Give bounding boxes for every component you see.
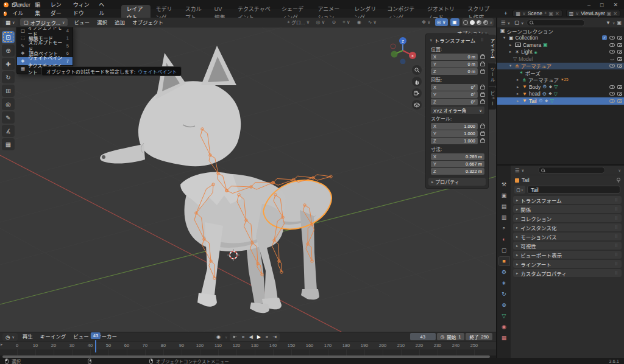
output-properties-tab[interactable]: ▤ [498,202,509,211]
render-visibility-icon[interactable] [617,57,622,61]
navigation-gizmo[interactable]: Z X [389,36,417,64]
gizmo-neg-x-axis[interactable] [391,44,395,49]
collection-properties-tab[interactable]: ▢ [498,246,509,254]
outliner-row-head[interactable]: ▸ ▼ head ⚙❖▽ [497,91,624,98]
move-tool[interactable]: ✚ [2,58,15,70]
timeline-channel[interactable] [0,349,496,355]
keying-dropdown-icon[interactable]: ∨ [225,335,227,339]
new-layer-icon[interactable]: ▣ [607,11,612,16]
disclosure-icon[interactable]: ▾ [509,63,513,68]
transform-orientation-button[interactable]: ⌖グロ...∨ [285,18,311,26]
disclosure-icon[interactable]: ▸ [517,99,520,103]
disclosure-icon[interactable]: ▾ [503,35,507,40]
eye-icon[interactable] [609,99,615,103]
measure-tool[interactable]: ∡ [2,125,15,137]
outliner-row-pose[interactable]: ✶ ポーズ [497,69,624,77]
properties-panel-8[interactable]: ▸カスタムプロパティ⠿ [513,269,622,277]
object-properties-tab[interactable]: ■ [498,257,509,265]
disclosure-icon[interactable]: ▸ [509,49,513,54]
properties-panel-4[interactable]: ▸モーションパス⠿ [513,233,622,240]
mode-menu-item-sculpt[interactable]: ✎スカルプトモード5 [17,42,73,50]
object-name-field[interactable]: Tail [527,186,620,194]
particles-properties-tab[interactable]: ∗ [498,279,509,287]
scale-tool[interactable]: ⊞ [2,85,15,97]
show-overlays-button[interactable]: ◎∨ [435,18,448,26]
3d-viewport[interactable]: ⊡ ⊕ ✚ ↻ ⊞ ◎ ✎ ∡ ▦ オプション∨ Z [0,27,496,332]
properties-panel-2[interactable]: ▸コレクション⠿ [513,214,622,222]
new-scene-icon[interactable]: ▣ [549,11,554,16]
eye-icon[interactable] [609,85,615,89]
scene-selector[interactable]: ▦∨ Scene ⌖▣✕ [512,10,562,17]
gizmo-y-axis[interactable] [391,51,398,58]
outliner-row-tail[interactable]: ▸ ▼ Tail ⚙❖▽ [497,97,624,105]
outliner-row-armature-data[interactable]: ▸ ⋔ アーマチュア ✶25 [497,77,624,84]
lock-icon[interactable] [480,132,484,136]
minimize-button[interactable]: – [587,2,590,8]
outliner-row-armature[interactable]: ▾ ⋔ アーマチュア [497,63,624,70]
properties-search-input[interactable] [538,167,605,173]
location-z-field[interactable]: Z0 m [431,68,478,75]
render-visibility-icon[interactable] [617,85,622,89]
material-shading-button[interactable] [477,20,481,25]
snap-settings-button[interactable]: ⌗∨ [341,18,352,26]
prev-keyframe-button[interactable]: « [239,334,247,341]
constraints-properties-tab[interactable]: ⊛ [498,301,509,309]
outliner-search-input[interactable] [526,19,585,26]
properties-panel-1[interactable]: ▸関係⠿ [513,205,622,213]
play-reverse-button[interactable]: ◀ [247,334,255,341]
toggle-xray-button[interactable]: ▣ [450,18,459,26]
panel-grip-icon[interactable]: ⠿ [481,38,484,43]
jump-to-end-button[interactable]: ⇥ [271,334,278,341]
rotation-mode-dropdown[interactable]: XYZ オイラー角∨ [431,107,484,114]
next-keyframe-button[interactable]: » [263,334,271,341]
disclosure-icon[interactable]: ▸ [517,77,520,82]
outliner-row-camera[interactable]: ▸ Camera ▣ [497,41,624,49]
timeline-ruler[interactable]: 0102030405060708090100110120130140150160… [0,341,496,349]
sidebar-tab-2[interactable]: ビュー [488,87,496,110]
rotation-x-field[interactable]: X0° [431,84,478,91]
transform-tool[interactable]: ◎ [2,98,15,110]
orthographic-toggle-icon[interactable] [412,100,422,110]
eye-icon[interactable] [609,43,615,47]
lock-icon[interactable] [480,63,484,66]
properties-options-icon[interactable]: ∨ [619,168,621,172]
add-workspace-button[interactable]: + [500,9,511,18]
mode-menu-item-object[interactable]: ▢オブジェクトモード4 [17,27,73,35]
viewport-menu-1[interactable]: 選択 [93,18,111,27]
scale-z-field[interactable]: Z1.000 [431,138,478,144]
timeline-editor-type-button[interactable]: ◷∨ [2,333,18,341]
rendered-shading-button[interactable] [483,20,488,25]
render-visibility-icon[interactable] [617,43,622,47]
outliner-row-light[interactable]: ▸ ☀ Light ◉ [497,49,624,56]
material-properties-tab[interactable]: ◉ [498,323,509,331]
filter-funnel-icon[interactable]: ▼ [606,20,611,26]
scale-y-field[interactable]: Y1.000 [431,130,478,137]
solid-shading-button[interactable] [470,20,475,25]
new-collection-icon[interactable]: ▣ [617,20,622,26]
data-properties-tab[interactable]: ▽ [498,312,509,320]
pan-hand-icon[interactable] [412,77,422,86]
viewport-menu-2[interactable]: 追加 [111,18,129,27]
disclosure-icon[interactable]: ▸ [509,43,513,47]
rotation-y-field[interactable]: Y0° [431,91,478,98]
modifiers-properties-tab[interactable]: ⚙ [498,268,509,276]
maximize-button[interactable]: □ [600,2,603,8]
location-x-field[interactable]: X0 m [431,54,478,60]
dimensions-z-field[interactable]: Z0.322 m [431,168,484,175]
physics-properties-tab[interactable]: ↻ [498,290,509,298]
wireframe-shading-button[interactable] [463,20,468,25]
dimensions-x-field[interactable]: X0.289 m [431,153,484,160]
render-visibility-icon[interactable] [617,92,622,96]
eye-icon[interactable] [609,36,615,40]
eye-icon[interactable] [609,50,615,54]
lock-icon[interactable] [480,139,484,143]
properties-panel-0[interactable]: ▸トランスフォーム⠿ [513,196,622,204]
timeline-menu-1[interactable]: キーイング [37,332,70,341]
properties-editor-type-button[interactable]: ☰∨ [514,166,525,174]
lock-icon[interactable] [480,86,484,89]
world-properties-tab[interactable]: ◐ [498,235,509,243]
camera-view-icon[interactable] [412,88,422,98]
properties-panel-7[interactable]: ▸ラインアート⠿ [513,260,622,268]
outliner-row-collection[interactable]: ▾ ▣ Collection ✓ [497,35,624,42]
gizmo-neg-z-axis[interactable] [400,59,406,65]
